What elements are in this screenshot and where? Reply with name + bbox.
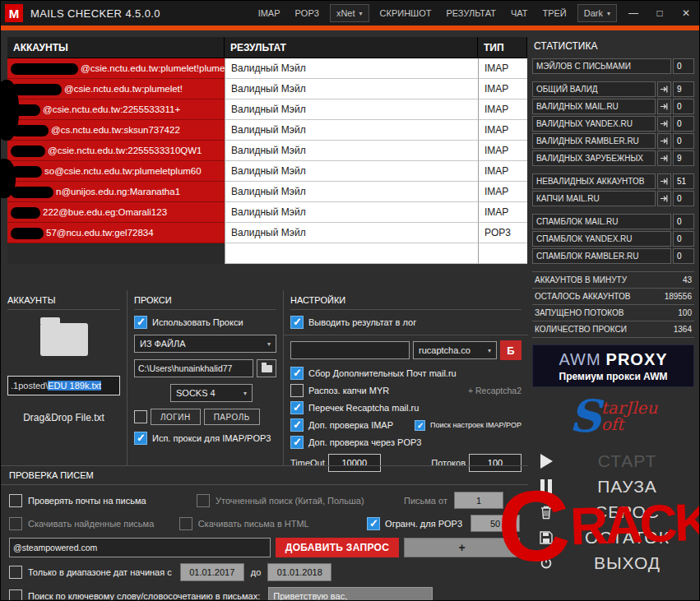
browse-folder-button[interactable] [257, 359, 276, 377]
export-icon[interactable] [657, 191, 671, 206]
table-cell-account[interactable]: n@unijos.edu.ng:Maranatha1 [7, 182, 225, 202]
captcha-key-input[interactable] [290, 341, 410, 359]
table-cell-result[interactable]: Валидный Мэйл [225, 141, 478, 161]
pop3-limit-checkbox[interactable] [367, 517, 380, 530]
table-cell-result[interactable]: Валидный Мэйл [225, 58, 478, 79]
pause-button[interactable]: ПАУЗА [532, 475, 694, 497]
date-to-input[interactable] [267, 563, 331, 581]
menu-theme-dropdown[interactable]: Dark ▾ [577, 4, 617, 22]
menu-pop3[interactable]: POP3 [288, 1, 327, 25]
refined-search-checkbox[interactable] [197, 494, 210, 507]
export-icon[interactable] [657, 173, 671, 189]
table-cell-type[interactable]: IMAP [478, 141, 527, 161]
export-icon[interactable] [657, 116, 671, 132]
check-letters-checkbox-row[interactable]: Проверять почты на письма [9, 494, 197, 507]
awm-proxy-banner[interactable]: AWMPROXY Премиум прокси AWM [532, 344, 694, 387]
extra-pop3-checkbox[interactable] [290, 436, 304, 449]
table-cell-type[interactable]: POP3 [478, 223, 527, 243]
recheck-recaptcha-checkbox[interactable] [290, 401, 304, 414]
table-cell-result[interactable]: Валидный Мэйл [225, 79, 478, 99]
proxy-auth-checkbox[interactable] [134, 410, 147, 423]
check-letters-checkbox[interactable] [9, 494, 22, 507]
table-cell-account[interactable]: @cs.nctu.edu.tw:sksun737422 [7, 120, 225, 141]
keyword-search-checkbox[interactable] [9, 589, 22, 601]
menu-screenshot[interactable]: СКРИНШОТ [373, 1, 439, 25]
search-imap-settings-checkbox[interactable] [415, 420, 425, 431]
table-cell-account[interactable]: so@csie.nctu.edu.tw:plumeletplum60 [7, 161, 225, 182]
search-query-input[interactable] [9, 538, 271, 557]
password-button[interactable]: ПАРОЛЬ [204, 409, 260, 425]
menu-tray[interactable]: ТРЕЙ [535, 1, 573, 25]
log-output-checkbox[interactable] [290, 316, 304, 329]
table-cell-result[interactable]: Валидный Мэйл [225, 182, 478, 202]
date-from-input[interactable] [180, 563, 244, 581]
menu-result[interactable]: РЕЗУЛЬТАТ [438, 1, 503, 25]
download-letters-checkbox[interactable] [9, 517, 22, 530]
export-icon[interactable] [657, 99, 671, 114]
proxy-imap-checkbox[interactable] [134, 432, 147, 445]
date-range-checkbox[interactable] [9, 566, 22, 579]
column-header-type[interactable]: ТИП [478, 37, 527, 58]
proxy-type-select[interactable]: SOCKS 4 ▾ [170, 384, 253, 402]
letters-from-input[interactable] [454, 492, 503, 509]
captcha-service-select[interactable]: rucaptcha.co ▾ [413, 341, 497, 359]
export-icon[interactable] [657, 150, 671, 166]
recheck-recaptcha-checkbox-row[interactable]: Перечек Recaptcha mail.ru [290, 401, 522, 414]
save-remainder-button[interactable]: ОСТАТОК [532, 526, 694, 548]
column-header-result[interactable]: РЕЗУЛЬТАТ [225, 37, 478, 58]
download-letters-checkbox-row[interactable]: Скачивать найденные письма [9, 517, 179, 530]
table-cell-type[interactable]: IMAP [478, 202, 527, 223]
add-query-button[interactable]: ДОБАВИТЬ ЗАПРОС [276, 538, 399, 557]
login-button[interactable]: ЛОГИН [151, 409, 201, 425]
recognize-captcha-checkbox-row[interactable]: Распоз. капчи MYR + Recaptcha2 [290, 384, 522, 397]
exit-button[interactable]: ВЫХОД [532, 552, 694, 574]
proxy-imap-checkbox-row[interactable]: Исп. прокси для IMAP/POP3 [134, 432, 276, 445]
extra-pop3-checkbox-row[interactable]: Доп. проверка через POP3 [290, 436, 522, 449]
maximize-button[interactable]: □ [647, 1, 673, 25]
export-icon[interactable] [657, 81, 671, 97]
table-cell-result[interactable]: Валидный Мэйл [225, 120, 478, 141]
table-cell-account[interactable]: @csie.nctu.edu.tw:2255533310QW1 [7, 141, 225, 161]
table-cell-account[interactable]: @csie.nctu.edu.tw:plumelet! [7, 79, 225, 99]
reset-button[interactable]: СБРОС [532, 501, 694, 523]
use-proxy-checkbox[interactable] [134, 316, 147, 329]
menu-xnet-dropdown[interactable]: xNet ▾ [330, 4, 369, 22]
keyword-input[interactable] [268, 587, 433, 601]
table-cell-type[interactable]: IMAP [478, 99, 527, 120]
use-proxy-checkbox-row[interactable]: Использовать Прокси [134, 316, 276, 329]
log-output-checkbox-row[interactable]: Выводить результат в лог [290, 316, 522, 329]
extra-imap-checkbox-row[interactable]: Доп. проверка IMAP Поиск настроек IMAP/P… [290, 418, 522, 432]
menu-imap[interactable]: IMAP [251, 1, 288, 25]
table-cell-account[interactable]: 222@bue.edu.eg:Omarali123 [7, 202, 225, 223]
starjleu-soft-logo[interactable]: S tarJleu oft [532, 391, 694, 442]
refined-search-checkbox-row[interactable]: Уточненный поиск (Китай, Польша) [197, 494, 404, 507]
table-cell-account[interactable]: @csie.nctu.edu.tw:plumelet!plumelet!1 [7, 58, 225, 79]
table-cell-type[interactable]: IMAP [478, 58, 527, 79]
table-cell-type[interactable]: IMAP [478, 182, 527, 202]
file-path-field[interactable]: .1posted\EDU 189k.txt [7, 376, 120, 395]
table-cell-result[interactable]: Валидный Мэйл [225, 99, 478, 120]
table-cell-account[interactable]: @csie.nctu.edu.tw:2255533311+ [7, 99, 225, 120]
extra-imap-checkbox[interactable] [290, 418, 304, 432]
table-cell-type[interactable]: IMAP [478, 161, 527, 182]
collect-extra-checkbox-row[interactable]: Сбор Дополнительных Почт mail.ru [290, 367, 522, 380]
table-cell-result[interactable]: Валидный Мэйл [225, 161, 478, 182]
close-button[interactable]: ✕ [673, 1, 699, 25]
column-header-accounts[interactable]: АККАУНТЫ [7, 37, 225, 58]
proxy-path-input[interactable] [134, 359, 253, 377]
folder-icon[interactable] [40, 323, 88, 356]
minimize-button[interactable]: — [620, 1, 647, 25]
table-cell-account[interactable]: 57@ncu.edu.tw:gel72834 [7, 223, 225, 243]
table-cell-result[interactable]: Валидный Мэйл [225, 202, 478, 223]
balance-button[interactable]: Б [500, 340, 522, 360]
pop3-limit-input[interactable] [471, 515, 520, 532]
table-cell-type[interactable]: IMAP [478, 79, 527, 99]
table-cell-result[interactable]: Валидный Мэйл [225, 223, 478, 243]
add-more-button[interactable]: + [404, 538, 520, 557]
proxy-source-select[interactable]: ИЗ ФАЙЛА ▾ [134, 335, 276, 353]
menu-chat[interactable]: ЧАТ [503, 1, 535, 25]
start-button[interactable]: СТАРТ [532, 450, 694, 472]
recognize-captcha-checkbox[interactable] [290, 384, 304, 397]
download-html-checkbox[interactable] [179, 517, 192, 530]
collect-extra-checkbox[interactable] [290, 367, 304, 380]
